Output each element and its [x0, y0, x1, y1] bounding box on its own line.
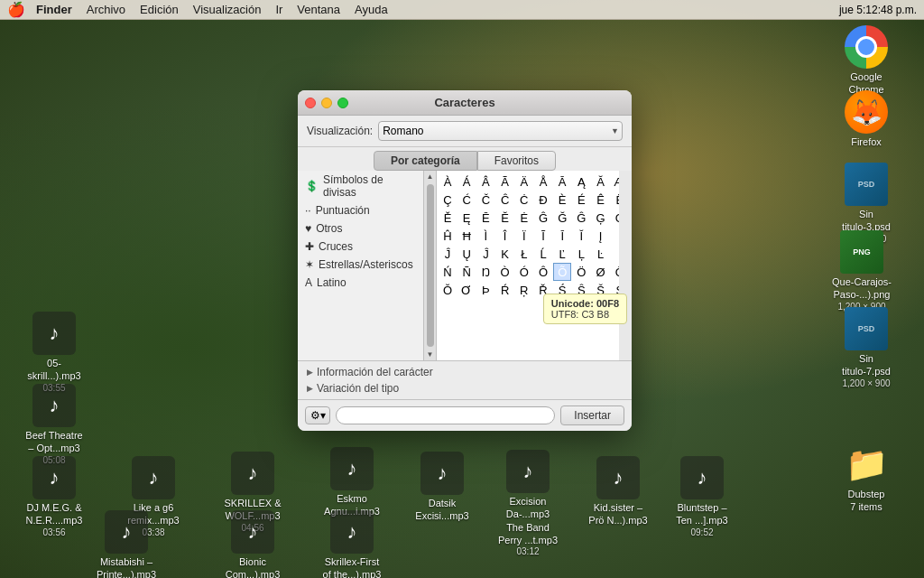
desktop-icon-mp3-11[interactable]: ♪ Mistabishi –Printe...).mp3 — [90, 510, 162, 578]
category-estrellas[interactable]: ✶ Estrellas/Asteriscos — [298, 256, 423, 274]
menu-visualizacion[interactable]: Visualización — [193, 3, 262, 16]
char-cell[interactable]: Ê — [592, 191, 610, 209]
window-minimize-button[interactable] — [321, 98, 332, 108]
desktop-icon-mp3-6[interactable]: ♪ EskmoAgnu...i.mp3 — [316, 447, 388, 518]
scroll-up-arrow[interactable]: ▲ — [427, 172, 434, 181]
menu-archivo[interactable]: Archivo — [87, 3, 125, 16]
visualizacion-select[interactable]: Romano Unicode Phonetic Símbolo — [378, 121, 623, 141]
char-cell[interactable]: Ŗ — [515, 281, 533, 299]
desktop-icon-firefox[interactable]: 🦊 Firefox — [830, 90, 902, 148]
char-cell[interactable]: Ă — [592, 172, 610, 191]
char-cell[interactable]: Ē — [476, 209, 494, 227]
char-cell[interactable]: Î — [496, 227, 514, 245]
char-cell[interactable]: Ĥ — [439, 227, 457, 245]
char-cell[interactable]: Ŋ — [476, 263, 494, 281]
char-cell[interactable]: Ħ — [457, 227, 476, 245]
char-cell[interactable]: Ã — [496, 172, 514, 191]
char-cell[interactable]: Ï — [515, 227, 533, 245]
char-cell[interactable]: Į — [592, 227, 610, 245]
char-cell[interactable]: Ī — [553, 227, 571, 245]
desktop-icon-mp3-3[interactable]: ♪ DJ M.E.G. &N.E.R....mp3 03:56 — [18, 456, 90, 537]
char-cell[interactable]: Ń — [439, 263, 457, 281]
char-cell[interactable]: Ŀ — [592, 245, 610, 263]
char-cell[interactable]: Ĺ — [534, 245, 552, 263]
char-cell[interactable]: Ć — [457, 191, 476, 209]
menu-ayuda[interactable]: Ayuda — [355, 3, 388, 16]
char-cell[interactable]: Ā — [553, 172, 571, 191]
desktop-icon-mp3-12[interactable]: ♪ BionicCom...).mp3 — [217, 510, 289, 578]
desktop-icon-mp3-1[interactable]: ♪ 05-skrill...).mp3 03:55 — [18, 312, 90, 393]
char-cell[interactable]: Å — [534, 172, 552, 191]
char-cell[interactable]: Ø — [592, 263, 610, 281]
desktop-icon-mp3-9[interactable]: ♪ Kid.sister –Prö N...).mp3 — [582, 456, 654, 527]
char-cell[interactable]: Þ — [476, 281, 494, 299]
char-cell[interactable]: Ģ — [592, 209, 610, 227]
desktop-icon-mp3-7[interactable]: ♪ DatsikExcisi...mp3 — [406, 452, 478, 523]
category-otros[interactable]: ♥ Otros — [298, 219, 423, 238]
desktop-icon-dubstep[interactable]: 📁 Dubstep7 items — [830, 443, 902, 514]
menu-edicion[interactable]: Edición — [140, 3, 179, 16]
tab-favoritos[interactable]: Favoritos — [477, 151, 556, 171]
category-scrollbar[interactable]: ▲ ▼ — [424, 171, 437, 360]
apple-menu[interactable]: 🍎 — [7, 1, 25, 18]
char-cell[interactable]: Ğ — [553, 209, 571, 227]
char-cell[interactable]: Ĵ — [439, 245, 457, 263]
char-cell[interactable]: Đ — [534, 191, 552, 209]
char-cell[interactable]: Ł — [515, 245, 533, 263]
info-row-caracter[interactable]: ▶ Información del carácter — [307, 364, 623, 380]
char-cell[interactable]: Ĝ — [572, 209, 590, 227]
char-cell[interactable]: Ą — [572, 172, 590, 191]
desktop-icon-mp3-2[interactable]: ♪ Beef Theatre– Opt...mp3 05:08 — [18, 384, 90, 465]
desktop-icon-psd2[interactable]: PSD Sintitulo-7.psd 1,200 × 900 — [830, 307, 902, 388]
char-cell[interactable]: K — [496, 245, 514, 263]
char-cell[interactable]: Ò — [496, 263, 514, 281]
char-cell[interactable]: Ô — [534, 263, 552, 281]
menu-ventana[interactable]: Ventana — [297, 3, 340, 16]
scroll-down-arrow[interactable]: ▼ — [427, 350, 434, 359]
menu-ir[interactable]: Ir — [275, 3, 282, 16]
category-puntuacion[interactable]: ·· Puntuación — [298, 201, 423, 219]
desktop-icon-mp3-13[interactable]: ♪ Skrillex-Firstof the...).mp3 03:15 — [316, 510, 388, 578]
char-cell[interactable]: Č — [476, 191, 494, 209]
char-cell[interactable]: Ö — [572, 263, 590, 281]
char-cell[interactable]: Ĕ — [496, 209, 514, 227]
char-cell[interactable]: Ơ — [457, 281, 476, 299]
char-cell[interactable]: Ĭ — [572, 227, 590, 245]
char-cell[interactable]: Ĵ — [476, 245, 494, 263]
char-cell[interactable]: È — [553, 191, 571, 209]
char-cell[interactable]: Ě — [439, 209, 457, 227]
char-cell[interactable]: Ŕ — [496, 281, 514, 299]
window-close-button[interactable] — [305, 98, 316, 108]
char-cell-selected[interactable]: Õ — [553, 263, 571, 281]
char-cell[interactable]: Ę — [457, 209, 476, 227]
char-cell[interactable]: À — [439, 172, 457, 191]
char-cell[interactable]: Ĉ — [496, 191, 514, 209]
desktop-icon-png[interactable]: PNG Que-Carajos-Paso-...).png 1,200 × 90… — [826, 230, 898, 312]
char-cell[interactable]: Â — [476, 172, 494, 191]
char-cell[interactable]: Ñ — [457, 263, 476, 281]
char-cell[interactable]: Ŏ — [439, 281, 457, 299]
char-cell[interactable]: Ĩ — [534, 227, 552, 245]
char-cell[interactable]: É — [572, 191, 590, 209]
char-cell[interactable]: Ä — [515, 172, 533, 191]
char-cell[interactable]: Ė — [515, 209, 533, 227]
char-cell[interactable]: Ľ — [553, 245, 571, 263]
scroll-thumb[interactable] — [427, 184, 434, 347]
insert-button[interactable]: Insertar — [560, 406, 624, 425]
char-cell[interactable]: Ç — [439, 191, 457, 209]
window-maximize-button[interactable] — [337, 98, 348, 108]
info-row-variacion[interactable]: ▶ Variación del tipo — [307, 380, 623, 396]
search-input[interactable] — [336, 406, 555, 424]
char-cell[interactable]: Ó — [515, 263, 533, 281]
char-cell[interactable]: Ĝ — [534, 209, 552, 227]
desktop-icon-mp3-8[interactable]: ♪ ExcisionDa-...mp3 The BandPerry ...t.m… — [492, 450, 564, 556]
char-cell[interactable]: Á — [457, 172, 476, 191]
category-simbolos[interactable]: 💲 Símbolos de divisas — [298, 171, 423, 201]
category-cruces[interactable]: ✚ Cruces — [298, 238, 423, 256]
char-cell[interactable]: Ų — [457, 245, 476, 263]
char-cell[interactable]: Ċ — [515, 191, 533, 209]
gear-button[interactable]: ⚙▾ — [305, 406, 330, 424]
category-latino[interactable]: A Latino — [298, 274, 423, 292]
desktop-icon-chrome[interactable]: GoogleChrome — [830, 25, 902, 97]
char-cell[interactable]: Ì — [476, 227, 494, 245]
